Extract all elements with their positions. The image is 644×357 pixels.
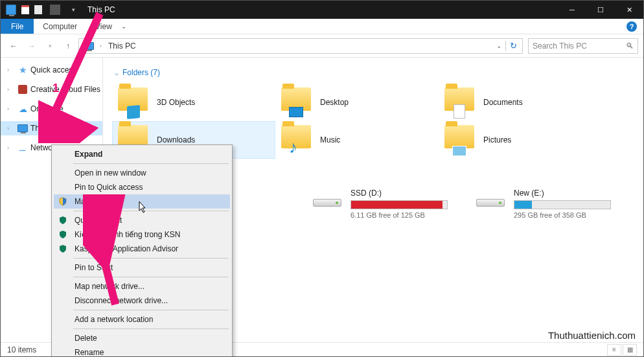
qat-customize-icon[interactable]: ▾ bbox=[68, 5, 78, 15]
kasp-icon bbox=[58, 244, 68, 254]
folder-icon bbox=[444, 125, 474, 155]
context-menu-item[interactable]: Expand bbox=[54, 147, 230, 161]
nav-label: This PC bbox=[30, 124, 58, 133]
drive-name: New (E:) bbox=[514, 189, 629, 198]
search-placeholder: Search This PC bbox=[533, 41, 587, 51]
expand-icon[interactable]: › bbox=[7, 86, 15, 93]
context-menu-label: Quét bảo mật bbox=[75, 216, 122, 225]
context-menu-item[interactable]: Pin to Start bbox=[54, 260, 230, 275]
nav-this-pc[interactable]: › This PC bbox=[1, 121, 102, 135]
folder-pictures[interactable]: Pictures bbox=[439, 121, 602, 159]
folder-icon bbox=[444, 87, 474, 117]
context-menu-item[interactable]: Rename bbox=[54, 345, 230, 357]
context-menu-label: Open in new window bbox=[75, 168, 146, 178]
folder-label: Desktop bbox=[320, 98, 349, 107]
cloud-icon: ☁ bbox=[17, 104, 28, 114]
context-menu-item[interactable]: Kiểm tra danh tiếng trong KSN bbox=[54, 227, 230, 242]
expand-icon[interactable]: › bbox=[7, 106, 15, 112]
context-menu-item[interactable]: Map network drive... bbox=[54, 279, 230, 294]
folder-label: Pictures bbox=[483, 135, 511, 144]
drive-d[interactable]: SSD (D:) 6.11 GB free of 125 GB bbox=[308, 186, 471, 222]
address-bar[interactable]: › This PC ⌄ ↻ bbox=[78, 38, 523, 54]
context-menu-item[interactable]: Manage bbox=[54, 194, 230, 209]
expand-icon[interactable]: › bbox=[7, 67, 15, 73]
context-menu-label: Kaspersky Application Advisor bbox=[75, 244, 178, 253]
context-menu-label: Rename bbox=[75, 348, 104, 357]
drive-name: SSD (D:) bbox=[351, 189, 466, 198]
qat-newfolder-icon[interactable] bbox=[34, 5, 42, 14]
folder-3d-objects[interactable]: 3D Objects bbox=[112, 84, 275, 121]
nav-onedrive[interactable]: › ☁ OneDrive bbox=[1, 102, 102, 116]
context-menu-item[interactable]: Disconnect network drive... bbox=[54, 294, 230, 308]
address-dropdown-icon[interactable]: ⌄ bbox=[492, 42, 505, 49]
forward-button[interactable]: → bbox=[24, 38, 40, 54]
context-menu-item[interactable]: Pin to Quick access bbox=[54, 180, 230, 194]
folder-icon: ♪ bbox=[281, 125, 311, 155]
tab-view[interactable]: View bbox=[86, 19, 121, 34]
folder-icon bbox=[118, 87, 148, 117]
context-menu-item[interactable]: Kaspersky Application Advisor bbox=[54, 242, 230, 256]
nav-creative-cloud[interactable]: › Creative Cloud Files bbox=[1, 82, 102, 97]
status-item-count: 10 items bbox=[7, 345, 36, 354]
view-details-button[interactable]: ≡ bbox=[607, 344, 621, 356]
folders-section-header[interactable]: ⌵ Folders (7) bbox=[115, 68, 634, 77]
folder-label: Documents bbox=[483, 98, 523, 107]
window-title: This PC bbox=[84, 5, 115, 14]
drive-e[interactable]: New (E:) 295 GB free of 358 GB bbox=[471, 186, 634, 222]
maximize-button[interactable]: ☐ bbox=[586, 1, 615, 19]
folder-label: 3D Objects bbox=[157, 98, 195, 107]
nav-label: Creative Cloud Files bbox=[30, 85, 100, 94]
tab-computer[interactable]: Computer bbox=[34, 19, 86, 34]
kasp-icon bbox=[58, 229, 68, 240]
context-menu-label: Delete bbox=[75, 334, 97, 343]
network-icon: ⚊ bbox=[17, 143, 28, 153]
expand-icon[interactable]: › bbox=[7, 144, 15, 151]
drive-usage-bar bbox=[351, 200, 448, 209]
ribbon: File Computer View ⌄ ? bbox=[1, 19, 643, 34]
help-button[interactable]: ? bbox=[627, 19, 637, 34]
back-button[interactable]: ← bbox=[6, 38, 21, 54]
context-menu-label: Add a network location bbox=[75, 315, 153, 324]
folder-desktop[interactable]: Desktop bbox=[275, 84, 439, 121]
context-menu-item[interactable]: Open in new window bbox=[54, 166, 230, 180]
chevron-right-icon[interactable]: › bbox=[97, 43, 104, 49]
minimize-button[interactable]: ─ bbox=[558, 1, 586, 19]
nav-label: Quick access bbox=[30, 65, 76, 75]
nav-label: OneDrive bbox=[30, 104, 63, 113]
context-menu-label: Pin to Start bbox=[75, 263, 113, 272]
folder-label: Music bbox=[320, 135, 340, 144]
qat-properties-icon[interactable] bbox=[21, 5, 29, 14]
expand-icon[interactable]: › bbox=[7, 125, 15, 132]
drive-icon bbox=[313, 190, 343, 212]
context-menu: ExpandOpen in new windowPin to Quick acc… bbox=[51, 144, 233, 357]
pc-icon bbox=[83, 40, 95, 52]
context-menu-item[interactable]: Delete bbox=[54, 331, 230, 345]
pc-icon bbox=[17, 123, 28, 133]
recent-dropdown[interactable]: ▾ bbox=[42, 38, 58, 54]
folders-header-label: Folders (7) bbox=[122, 68, 160, 77]
drive-free-text: 295 GB free of 358 GB bbox=[514, 211, 629, 219]
shield-icon bbox=[58, 196, 68, 207]
kasp-icon bbox=[58, 215, 68, 225]
folder-music[interactable]: ♪ Music bbox=[275, 121, 439, 159]
context-menu-label: Expand bbox=[75, 150, 102, 159]
address-row: ← → ▾ ↑ › This PC ⌄ ↻ Search This PC 🔍︎ bbox=[1, 34, 643, 58]
context-menu-item[interactable]: Quét bảo mật bbox=[54, 213, 230, 227]
search-input[interactable]: Search This PC 🔍︎ bbox=[528, 38, 638, 54]
drive-free-text: 6.11 GB free of 125 GB bbox=[351, 211, 466, 219]
nav-quick-access[interactable]: › ★ Quick access bbox=[1, 63, 102, 77]
context-menu-item[interactable]: Add a network location bbox=[54, 312, 230, 327]
view-icons-button[interactable]: ▦ bbox=[623, 344, 637, 356]
refresh-button[interactable]: ↻ bbox=[505, 41, 521, 51]
chevron-down-icon: ⌵ bbox=[115, 69, 119, 76]
file-tab[interactable]: File bbox=[1, 19, 34, 34]
close-button[interactable]: ✕ bbox=[615, 1, 643, 19]
context-menu-label: Kiểm tra danh tiếng trong KSN bbox=[75, 230, 180, 239]
qat-pc-icon[interactable] bbox=[6, 5, 16, 15]
context-menu-label: Map network drive... bbox=[75, 282, 144, 291]
folder-icon bbox=[281, 87, 311, 117]
folder-documents[interactable]: Documents bbox=[439, 84, 602, 121]
breadcrumb-thispc[interactable]: This PC bbox=[104, 41, 140, 51]
expand-ribbon-icon[interactable]: ⌄ bbox=[121, 19, 126, 34]
up-button[interactable]: ↑ bbox=[60, 38, 76, 54]
